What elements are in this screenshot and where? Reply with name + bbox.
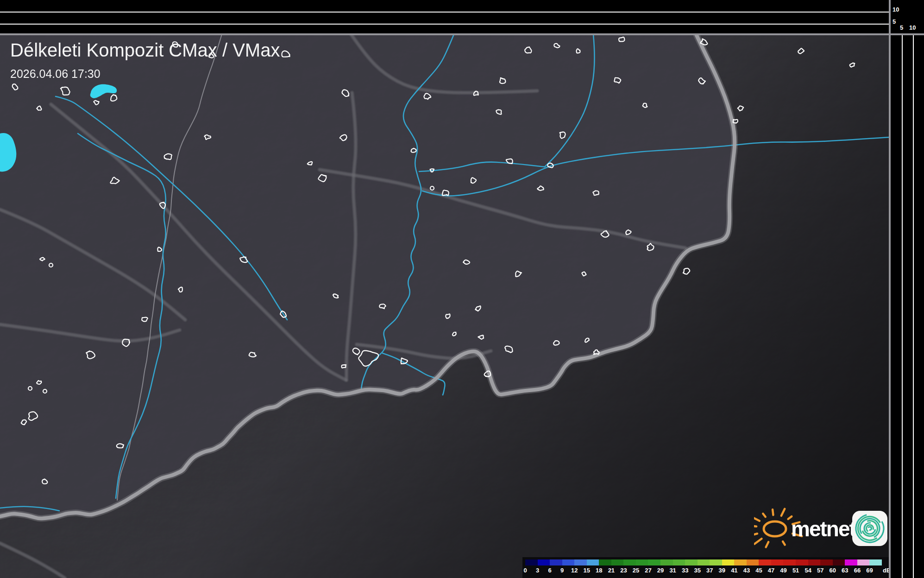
dbz-color-cell — [857, 559, 870, 565]
sun-ray — [781, 509, 785, 516]
dbz-tick-label: 12 — [569, 567, 579, 574]
dbz-tick-label: 23 — [618, 567, 629, 574]
dbz-color-cell — [673, 559, 685, 565]
dbz-color-cell — [808, 559, 821, 565]
dbz-color-cell — [587, 559, 599, 565]
sun-ray — [783, 541, 785, 545]
sun-ray — [773, 509, 773, 515]
dbz-tick-label: 33 — [680, 567, 690, 574]
dbz-unit-label: dBZ — [883, 567, 889, 574]
dbz-tick-label: 60 — [828, 567, 838, 574]
dbz-colorbar — [525, 559, 882, 565]
dbz-tick-label: 27 — [643, 567, 654, 574]
top-cross-section-panel — [0, 0, 889, 33]
dbz-color-cell — [538, 559, 550, 565]
height-axis-tick-label: 5 — [900, 25, 903, 31]
dbz-tick-label: 9 — [557, 567, 567, 574]
dbz-tick-label: 39 — [717, 567, 727, 574]
radar-map — [0, 0, 924, 578]
brand-wordmark: metnet — [791, 517, 856, 541]
dbz-color-cell — [722, 559, 735, 565]
dbz-tick-label: 63 — [840, 567, 850, 574]
sun-ray — [754, 526, 756, 527]
dbz-color-cell — [660, 559, 673, 565]
dbz-color-cell — [550, 559, 562, 565]
height-axis-tick-label: 10 — [909, 25, 916, 31]
dbz-color-cell — [759, 559, 771, 565]
sun-ray — [754, 517, 760, 521]
page-title: Délkeleti Kompozit CMax / VMax — [10, 40, 280, 61]
dbz-color-cell — [599, 559, 611, 565]
dbz-tick-label: 0 — [522, 567, 530, 574]
dbz-tick-label: 45 — [754, 567, 764, 574]
dbz-color-cell — [636, 559, 648, 565]
dbz-tick-label: 37 — [704, 567, 715, 574]
dbz-tick-label: 47 — [766, 567, 776, 574]
height-gridline — [902, 35, 903, 578]
title-block: Délkeleti Kompozit CMax / VMax 2026.04.0… — [10, 40, 280, 81]
dbz-color-cell — [698, 559, 710, 565]
metnet-app-icon — [851, 509, 889, 547]
sun-ray — [763, 514, 765, 517]
dbz-color-cell — [771, 559, 784, 565]
dbz-color-cell — [710, 559, 722, 565]
dbz-color-cell — [783, 559, 796, 565]
dbz-color-cell — [562, 559, 575, 565]
sun-ray — [754, 534, 757, 535]
dbz-tick-label: 15 — [582, 567, 592, 574]
dbz-tick-label: 69 — [864, 567, 874, 574]
dbz-tick-label: 18 — [594, 567, 604, 574]
dbz-tick-label: 43 — [742, 567, 752, 574]
radar-viewer-screen: 105510 Délkeleti Kompozit CMax / VMax 20… — [0, 0, 924, 578]
height-axis-tick-label: 10 — [893, 6, 899, 13]
dbz-tick-label: 25 — [631, 567, 641, 574]
timestamp: 2026.04.06 17:30 — [10, 67, 280, 81]
dbz-tick-label: 51 — [791, 567, 801, 574]
height-gridline — [0, 24, 889, 25]
dbz-tick-label: 31 — [668, 567, 678, 574]
dbz-tick-label: 57 — [815, 567, 825, 574]
height-gridline — [913, 35, 914, 578]
dbz-tick-label: 21 — [606, 567, 616, 574]
right-cross-section-panel: 105510 — [889, 0, 924, 578]
dbz-color-cell — [574, 559, 587, 565]
dbz-tick-label: 35 — [692, 567, 703, 574]
height-gridline — [0, 12, 889, 13]
dbz-color-cell — [734, 559, 747, 565]
dbz-color-cell — [833, 559, 845, 565]
sun-ray — [766, 542, 769, 547]
dbz-tick-label: 6 — [545, 567, 555, 574]
dbz-color-cell — [525, 559, 538, 565]
dbz-color-cell — [648, 559, 660, 565]
dbz-tick-label: 49 — [779, 567, 789, 574]
dbz-tick-label: 54 — [803, 567, 813, 574]
sun-ray — [754, 539, 761, 544]
dbz-color-cell — [611, 559, 624, 565]
dbz-color-cell — [747, 559, 759, 565]
metnet-logo[interactable]: metnet — [754, 507, 893, 551]
sun-core — [764, 521, 786, 536]
panel-divider-line — [889, 0, 891, 578]
dbz-tick-label: 29 — [655, 567, 666, 574]
dbz-color-cell — [820, 559, 833, 565]
dbz-tick-label: 3 — [533, 567, 543, 574]
dbz-tick-label: 66 — [852, 567, 862, 574]
dbz-color-cell — [623, 559, 636, 565]
dbz-color-cell — [685, 559, 698, 565]
dbz-color-cell — [845, 559, 857, 565]
height-axis-tick-label: 5 — [893, 19, 896, 25]
dbz-color-cell — [796, 559, 808, 565]
dbz-color-cell — [869, 559, 882, 565]
dbz-tick-label: 41 — [729, 567, 739, 574]
dbz-legend: dBZ 036912151821232527293133353739414345… — [522, 557, 889, 578]
map-top-border-line — [0, 33, 924, 35]
